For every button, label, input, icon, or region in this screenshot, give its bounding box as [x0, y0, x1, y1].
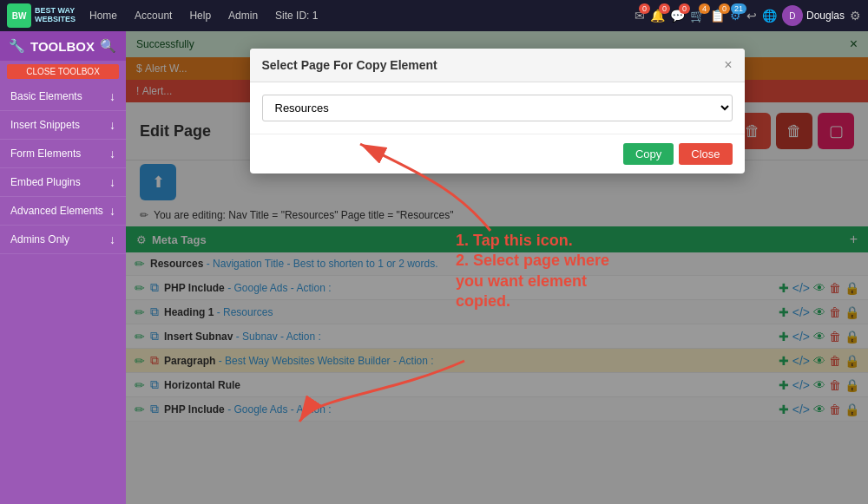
close-toolbox-button[interactable]: CLOSE TOOLBOX	[7, 64, 119, 79]
modal-title: Select Page For Copy Element	[262, 58, 437, 72]
chevron-down-icon: ↓	[109, 147, 115, 160]
badge-2[interactable]: 🔔 0	[650, 9, 665, 23]
sidebar: 🔧 TOOLBOX 🔍 CLOSE TOOLBOX Basic Elements…	[0, 31, 126, 504]
annotation-text: 1. Tap this icon. 2. Select page where y…	[456, 231, 716, 312]
logout-icon[interactable]: ↩	[746, 9, 757, 23]
close-button[interactable]: Close	[679, 143, 732, 165]
badge-5[interactable]: 📋 0	[710, 9, 725, 23]
chevron-down-icon: ↓	[109, 175, 115, 189]
wrench-icon: 🔧	[9, 38, 25, 54]
nav-site-id[interactable]: Site ID: 1	[272, 8, 321, 23]
page-select[interactable]: Resources	[262, 95, 733, 121]
sidebar-item-admins-only[interactable]: Admins Only ↓	[0, 226, 126, 254]
user-avatar: D	[782, 5, 803, 26]
settings-icon[interactable]: ⚙	[850, 9, 861, 23]
badge-count-6: 21	[731, 3, 746, 14]
sidebar-item-form-elements-label: Form Elements	[10, 147, 81, 160]
sidebar-item-embed-plugins[interactable]: Embed Plugins ↓	[0, 168, 126, 197]
top-nav: BW BEST WAYWEBSITES Home Account Help Ad…	[0, 0, 868, 31]
nav-account[interactable]: Account	[131, 8, 175, 23]
sidebar-item-form-elements[interactable]: Form Elements ↓	[0, 140, 126, 168]
chevron-down-icon: ↓	[109, 118, 115, 132]
copy-button[interactable]: Copy	[623, 143, 674, 165]
toolbox-label: TOOLBOX	[30, 39, 95, 54]
logo-icon: BW	[7, 3, 31, 28]
modal-close-icon[interactable]: ×	[724, 57, 732, 73]
chevron-down-icon: ↓	[109, 232, 115, 246]
chevron-down-icon: ↓	[109, 204, 115, 218]
sidebar-item-advanced-elements[interactable]: Advanced Elements ↓	[0, 197, 126, 226]
sidebar-item-insert-snippets[interactable]: Insert Snippets ↓	[0, 111, 126, 140]
sidebar-item-insert-snippets-label: Insert Snippets	[10, 119, 80, 131]
logo: BW BEST WAYWEBSITES	[7, 3, 76, 28]
badge-3[interactable]: 💬 0	[670, 9, 685, 23]
badge-count-4: 4	[699, 3, 710, 14]
nav-home[interactable]: Home	[86, 8, 121, 23]
chevron-down-icon: ↓	[109, 89, 115, 103]
sidebar-item-basic-elements-label: Basic Elements	[10, 90, 82, 102]
badge-count-2: 0	[659, 3, 670, 14]
modal-header: Select Page For Copy Element ×	[250, 49, 745, 82]
badge-count-3: 0	[679, 3, 690, 14]
logo-text: BEST WAYWEBSITES	[35, 7, 76, 24]
nav-help[interactable]: Help	[186, 8, 214, 23]
main-layout: 🔧 TOOLBOX 🔍 CLOSE TOOLBOX Basic Elements…	[0, 31, 868, 504]
sidebar-item-basic-elements[interactable]: Basic Elements ↓	[0, 82, 126, 111]
content-area: Successfully × $ Alert W... ! Alert... E…	[126, 31, 868, 504]
badge-4[interactable]: 🛒 4	[690, 9, 705, 23]
nav-admin[interactable]: Admin	[225, 8, 261, 23]
sidebar-item-embed-plugins-label: Embed Plugins	[10, 176, 81, 188]
badge-count-5: 0	[719, 3, 730, 14]
user-area[interactable]: D Douglas	[782, 5, 845, 26]
sidebar-item-admins-only-label: Admins Only	[10, 233, 69, 245]
badge-count-1: 0	[639, 3, 650, 14]
modal-overlay: Select Page For Copy Element × Resources…	[126, 31, 868, 504]
badge-6[interactable]: ⚙ 21	[730, 9, 741, 23]
badge-1[interactable]: ✉ 0	[635, 9, 645, 23]
toolbox-title: 🔧 TOOLBOX 🔍	[9, 38, 116, 54]
modal-body: Resources	[250, 82, 745, 134]
nav-icons: ✉ 0 🔔 0 💬 0 🛒 4 📋 0 ⚙ 21 ↩ 🌐 D Douglas ⚙	[635, 5, 861, 26]
globe-icon[interactable]: 🌐	[762, 9, 777, 23]
modal-footer: Copy Close	[250, 134, 745, 173]
toolbox-header: 🔧 TOOLBOX 🔍	[0, 31, 126, 61]
user-name: Douglas	[806, 10, 845, 22]
sidebar-item-advanced-elements-label: Advanced Elements	[10, 205, 103, 217]
search-icon[interactable]: 🔍	[100, 38, 116, 54]
copy-element-modal: Select Page For Copy Element × Resources…	[250, 49, 745, 173]
